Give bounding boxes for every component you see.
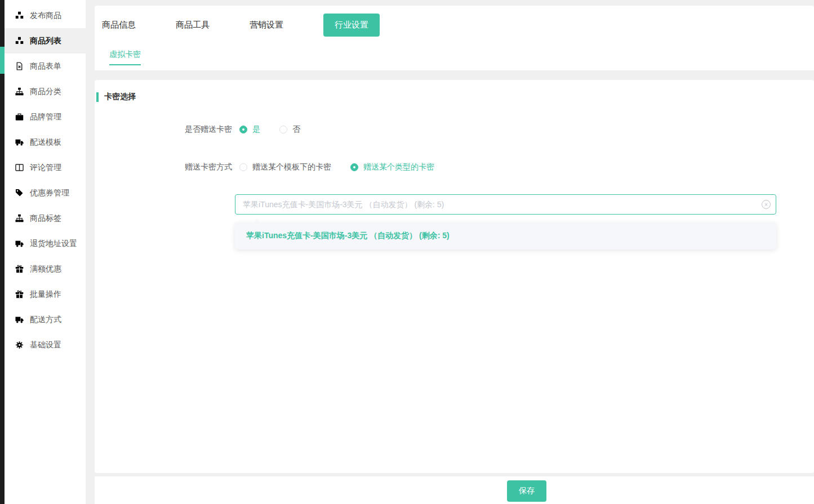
sidebar-item-return-address-settings[interactable]: 退货地址设置 [5, 231, 86, 256]
sidebar-item-publish-product[interactable]: 发布商品 [5, 3, 86, 28]
section-accent-bar [96, 92, 99, 102]
radio-selected-icon [350, 163, 358, 171]
select-dropdown-panel: 苹果iTunes充值卡-美国市场-3美元 （自动发货） (剩余: 5) [235, 222, 776, 249]
radio-label: 否 [292, 124, 300, 135]
sidebar-item-product-category[interactable]: 商品分类 [5, 79, 86, 104]
truck-icon [15, 239, 24, 248]
collapsed-nav-rail [0, 0, 5, 504]
sidebar-item-product-form[interactable]: 商品表单 [5, 53, 86, 79]
sidebar-item-label: 基础设置 [30, 340, 61, 350]
sidebar-item-label: 品牌管理 [30, 112, 61, 122]
sidebar-item-label: 商品表单 [30, 61, 61, 72]
sidebar-item-label: 商品分类 [30, 87, 61, 97]
sidebar: 发布商品 商品列表 商品表单 商品分类 品牌管理 配送模板 评论管理 优惠券管理… [5, 0, 86, 504]
radio-gift-no[interactable]: 否 [279, 124, 300, 135]
sidebar-item-basic-settings[interactable]: 基础设置 [5, 332, 86, 358]
truck-icon [15, 138, 24, 146]
sidebar-item-label: 批量操作 [30, 289, 61, 300]
file-icon [15, 62, 24, 70]
sidebar-item-label: 退货地址设置 [30, 239, 77, 249]
cubes-icon [15, 11, 24, 20]
radio-label: 赠送某个模板下的卡密 [252, 162, 331, 172]
sidebar-item-label: 配送模板 [30, 137, 61, 148]
section-title: 卡密选择 [104, 92, 136, 102]
sidebar-item-label: 优惠券管理 [30, 188, 69, 198]
sidebar-item-label: 配送方式 [30, 315, 61, 325]
sidebar-item-label: 商品标签 [30, 213, 61, 224]
columns-icon [15, 163, 24, 172]
clear-icon[interactable] [762, 200, 771, 209]
gift-method-label: 赠送卡密方式 [95, 162, 232, 172]
tab-product-tools[interactable]: 商品工具 [176, 20, 210, 30]
sidebar-item-full-discount[interactable]: 满额优惠 [5, 256, 86, 282]
radio-method-template[interactable]: 赠送某个模板下的卡密 [239, 162, 331, 172]
form-row-gift-question: 是否赠送卡密 是 否 [95, 123, 300, 136]
tab-header-card: 商品信息 商品工具 营销设置 行业设置 虚拟卡密 [95, 6, 814, 70]
tabs-row: 商品信息 商品工具 营销设置 行业设置 [102, 14, 380, 36]
content-card: 卡密选择 是否赠送卡密 是 否 赠送卡密方式 赠送某个模板下的卡密 赠送某个类 [95, 80, 814, 473]
sidebar-item-product-tags[interactable]: 商品标签 [5, 206, 86, 231]
sidebar-item-delivery-template[interactable]: 配送模板 [5, 130, 86, 155]
sidebar-item-label: 满额优惠 [30, 264, 61, 274]
radio-unselected-icon [239, 163, 247, 171]
nav-rail-indicator [0, 47, 5, 74]
gift-icon [15, 290, 24, 298]
sidebar-item-comment-management[interactable]: 评论管理 [5, 155, 86, 180]
tags-icon [15, 189, 24, 197]
radio-label: 是 [252, 124, 260, 135]
footer-bar: 保存 [95, 476, 814, 504]
sidebar-item-batch-operations[interactable]: 批量操作 [5, 282, 86, 307]
gift-icon [15, 265, 24, 273]
radio-label: 赠送某个类型的卡密 [363, 162, 434, 172]
tab-industry-settings[interactable]: 行业设置 [323, 14, 380, 37]
sitemap-icon [15, 214, 24, 222]
card-select-input[interactable] [235, 194, 776, 215]
gift-question-label: 是否赠送卡密 [95, 124, 232, 135]
sidebar-item-product-list[interactable]: 商品列表 [5, 28, 86, 53]
sidebar-item-label: 发布商品 [30, 11, 61, 21]
sidebar-item-delivery-method[interactable]: 配送方式 [5, 307, 86, 332]
save-button[interactable]: 保存 [507, 480, 546, 502]
radio-method-type[interactable]: 赠送某个类型的卡密 [350, 162, 434, 172]
radio-unselected-icon [279, 126, 287, 133]
section-header: 卡密选择 [96, 92, 136, 102]
gear-icon [15, 341, 24, 349]
tab-marketing-settings[interactable]: 营销设置 [250, 20, 283, 30]
cubes-icon [15, 37, 24, 45]
form-row-gift-method: 赠送卡密方式 赠送某个模板下的卡密 赠送某个类型的卡密 [95, 160, 434, 174]
subtab-virtual-card[interactable]: 虚拟卡密 [109, 50, 141, 65]
radio-gift-yes[interactable]: 是 [239, 124, 260, 135]
sidebar-item-brand-management[interactable]: 品牌管理 [5, 104, 86, 130]
sitemap-icon [15, 87, 24, 96]
tab-product-info[interactable]: 商品信息 [102, 20, 136, 30]
radio-selected-icon [239, 126, 247, 133]
card-select-field [235, 194, 776, 215]
dropdown-option[interactable]: 苹果iTunes充值卡-美国市场-3美元 （自动发货） (剩余: 5) [235, 222, 776, 249]
sidebar-item-label: 评论管理 [30, 163, 61, 173]
briefcase-icon [15, 113, 24, 121]
sidebar-item-label: 商品列表 [30, 36, 61, 46]
truck-icon [15, 315, 24, 324]
main-area: 商品信息 商品工具 营销设置 行业设置 虚拟卡密 卡密选择 是否赠送卡密 是 否 [95, 0, 814, 504]
sidebar-item-coupon-management[interactable]: 优惠券管理 [5, 180, 86, 206]
